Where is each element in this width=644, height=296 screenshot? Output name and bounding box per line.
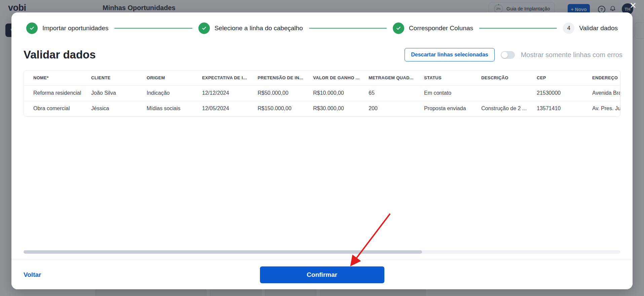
column-header: EXPECTATIVA DE I... [202, 71, 258, 85]
toggle-knob [501, 52, 508, 58]
table-cell: R$50.000,00 [258, 85, 313, 101]
table-cell: Av. Pres. Ju [592, 101, 620, 116]
errors-only-toggle[interactable] [501, 51, 515, 59]
table-cell: R$150.000,00 [258, 101, 313, 116]
back-link[interactable]: Voltar [24, 271, 41, 279]
step-label: Importar oportunidades [42, 25, 108, 32]
step-label: Selecione a linha do cabeçalho [215, 25, 303, 32]
step-label: Corresponder Colunas [409, 25, 473, 32]
table-row[interactable]: Obra comercialJéssicaMídias sociais12/05… [24, 101, 620, 116]
column-header: DESCRIÇÃO [481, 71, 537, 85]
step-connector [114, 28, 192, 29]
confirm-button[interactable]: Confirmar [260, 266, 384, 283]
step-label: Validar dados [579, 25, 618, 32]
header-controls: Descartar linhas selecionadas Mostrar so… [405, 48, 622, 61]
column-header: CEP [537, 71, 592, 85]
data-table: NOME*CLIENTEORIGEMEXPECTATIVA DE I...PRE… [24, 71, 620, 116]
table-cell: 65 [369, 85, 424, 101]
table-cell: 200 [369, 101, 424, 116]
table-cell: Construção de 2 ... [481, 101, 537, 116]
column-header: STATUS [424, 71, 481, 85]
column-header: METRAGEM QUAD... [369, 71, 424, 85]
table-cell: Indicação [147, 85, 202, 101]
errors-only-toggle-label: Mostrar somente linhas com erros [521, 51, 622, 59]
stepper-step-4[interactable]: 4Validar dados [563, 23, 618, 34]
step-connector [309, 28, 387, 29]
step-check-icon [198, 23, 210, 34]
table-cell: 12/05/2024 [202, 101, 258, 116]
table-cell: 21530000 [537, 85, 592, 101]
column-header: CLIENTE [91, 71, 147, 85]
table-cell: Jéssica [91, 101, 147, 116]
horizontal-scrollbar-track [24, 250, 620, 254]
import-wizard-modal: Importar oportunidadesSelecione a linha … [11, 12, 633, 289]
table-header-row: NOME*CLIENTEORIGEMEXPECTATIVA DE I...PRE… [24, 71, 620, 85]
table-body: Reforma residencialJoão SilvaIndicação12… [24, 85, 620, 116]
table-cell: 12/12/2024 [202, 85, 258, 101]
step-check-icon [393, 23, 404, 34]
table-cell: Mídias sociais [147, 101, 202, 116]
table-cell: 13571410 [537, 101, 592, 116]
modal-title: Validar dados [24, 48, 96, 61]
stepper-step-2[interactable]: Selecione a linha do cabeçalho [198, 23, 303, 34]
column-header: ENDEREÇO [592, 71, 620, 85]
table-cell: R$30.000,00 [313, 101, 369, 116]
column-header: VALOR DE GANHO ... [313, 71, 369, 85]
table-cell: Proposta enviada [424, 101, 481, 116]
table-cell: Em contato [424, 85, 481, 101]
column-header: NOME* [24, 71, 91, 85]
table-row[interactable]: Reforma residencialJoão SilvaIndicação12… [24, 85, 620, 101]
table-cell: Avenida Bra [592, 85, 620, 101]
modal-footer: Voltar Confirmar [11, 260, 633, 289]
stepper: Importar oportunidadesSelecione a linha … [11, 12, 633, 34]
step-connector [479, 28, 557, 29]
stepper-step-3[interactable]: Corresponder Colunas [393, 23, 473, 34]
step-check-icon [26, 23, 38, 34]
horizontal-scrollbar-thumb[interactable] [24, 250, 422, 254]
discard-selected-rows-button[interactable]: Descartar linhas selecionadas [405, 48, 494, 61]
column-header: PRETENSÃO DE IN... [258, 71, 313, 85]
modal-header: Validar dados Descartar linhas seleciona… [11, 34, 633, 61]
column-header: ORIGEM [147, 71, 202, 85]
close-icon[interactable]: ✕ [630, 1, 637, 10]
table-cell: Obra comercial [24, 101, 91, 116]
stepper-step-1[interactable]: Importar oportunidades [26, 23, 108, 34]
validation-table: NOME*CLIENTEORIGEMEXPECTATIVA DE I...PRE… [24, 70, 620, 117]
step-number: 4 [563, 23, 574, 34]
table-cell: R$10.000,00 [313, 85, 369, 101]
table-cell: João Silva [91, 85, 147, 101]
table-cell [481, 85, 537, 101]
table-cell: Reforma residencial [24, 85, 91, 101]
